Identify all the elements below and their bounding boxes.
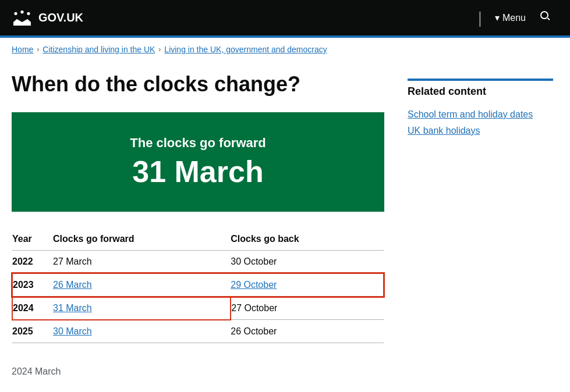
- breadcrumb: Home › Citizenship and living in the UK …: [0, 38, 570, 61]
- breadcrumb-living[interactable]: Living in the UK, government and democra…: [164, 45, 327, 54]
- forward-2025-link[interactable]: 30 March: [53, 326, 92, 336]
- breadcrumb-citizenship[interactable]: Citizenship and living in the UK: [43, 45, 155, 54]
- header-divider: |: [478, 9, 482, 27]
- clock-table-wrapper: Year Clocks go forward Clocks go back 20…: [12, 228, 384, 343]
- col-forward: Clocks go forward: [53, 228, 231, 251]
- sidebar-title: Related content: [408, 79, 553, 102]
- table-row-2025: 2025 30 March 26 October: [12, 320, 384, 343]
- sidebar: Related content School term and holiday …: [408, 73, 553, 377]
- breadcrumb-sep-1: ›: [37, 45, 39, 54]
- site-header: GOV.UK | ▾ Menu: [0, 0, 570, 35]
- back-2025: 26 October: [231, 320, 384, 343]
- breadcrumb-sep-2: ›: [158, 45, 161, 54]
- sidebar-link-item-1: School term and holiday dates: [408, 109, 553, 120]
- table-row: 2022 27 March 30 October: [12, 250, 384, 273]
- clock-table: Year Clocks go forward Clocks go back 20…: [12, 228, 384, 343]
- forward-2024[interactable]: 31 March: [53, 297, 231, 320]
- logo-text: GOV.UK: [38, 11, 83, 24]
- forward-2023-link[interactable]: 26 March: [53, 280, 92, 290]
- header-nav: | ▾ Menu: [478, 6, 558, 30]
- back-2023-link[interactable]: 29 October: [231, 280, 277, 290]
- year-2024: 2024: [12, 297, 53, 320]
- main-container: When do the clocks change? The clocks go…: [0, 61, 570, 392]
- back-2024: 27 October: [231, 297, 384, 320]
- page-title: When do the clocks change?: [12, 73, 384, 96]
- year-2022: 2022: [12, 250, 53, 273]
- table-row-2023: 2023 26 March 29 October: [12, 273, 384, 297]
- clock-banner: The clocks go forward 31 March: [12, 112, 384, 212]
- table-header-row: Year Clocks go forward Clocks go back: [12, 228, 384, 251]
- gov-uk-logo[interactable]: GOV.UK: [12, 10, 83, 26]
- crown-icon: [12, 10, 33, 26]
- year-2023: 2023: [12, 273, 53, 297]
- menu-button[interactable]: ▾ Menu: [488, 8, 533, 28]
- banner-subtitle: The clocks go forward: [23, 136, 373, 151]
- col-year: Year: [12, 228, 53, 251]
- sidebar-link-bank-holidays[interactable]: UK bank holidays: [408, 126, 480, 136]
- menu-label: Menu: [502, 13, 526, 23]
- search-icon: [540, 10, 551, 22]
- forward-2022: 27 March: [53, 250, 231, 273]
- search-button[interactable]: [533, 6, 558, 30]
- sidebar-links: School term and holiday dates UK bank ho…: [408, 109, 553, 136]
- forward-2023[interactable]: 26 March: [53, 273, 231, 297]
- forward-2025[interactable]: 30 March: [53, 320, 231, 343]
- back-2023[interactable]: 29 October: [231, 273, 384, 297]
- forward-2024-link[interactable]: 31 March: [53, 303, 92, 313]
- sidebar-link-school-term[interactable]: School term and holiday dates: [408, 109, 533, 119]
- footer-date: 2024 March: [12, 366, 384, 377]
- banner-date: 31 March: [23, 155, 373, 188]
- sidebar-link-item-2: UK bank holidays: [408, 126, 553, 136]
- breadcrumb-home[interactable]: Home: [12, 45, 33, 54]
- table-row-2024: 2024 31 March 27 October: [12, 297, 384, 320]
- col-back: Clocks go back: [231, 228, 384, 251]
- main-content: When do the clocks change? The clocks go…: [12, 73, 384, 377]
- menu-chevron: ▾: [495, 12, 500, 23]
- back-2022: 30 October: [231, 250, 384, 273]
- year-2025: 2025: [12, 320, 53, 343]
